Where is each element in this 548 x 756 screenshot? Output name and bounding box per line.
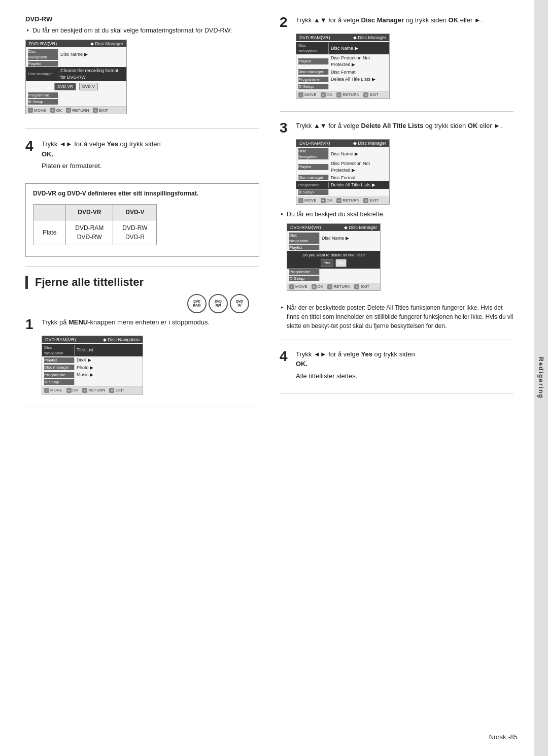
step3-block: 3 Trykk ▲▼ for å velge Delete All Title …: [280, 121, 513, 291]
screen3-row-1: Disc Navigation Disc Name ▶: [296, 148, 389, 160]
th-dvd-vr: DVD-VR: [66, 204, 113, 220]
step4-content: Trykk ◄► for å velge Yes og trykk siden …: [42, 139, 259, 171]
screen2-header-left: DVD-RAM(VR): [299, 35, 330, 40]
s3-footer-ok: ● OK: [321, 198, 333, 203]
left-column: DVD-RW Du får en beskjed om at du skal v…: [25, 15, 259, 416]
s3-ok-icon: ●: [321, 198, 326, 203]
step2-text2: og trykk siden: [404, 16, 448, 24]
right-column: 2 Trykk ▲▼ for å velge Disc Manager og t…: [280, 15, 513, 416]
s3-exit-icon: ✕: [363, 198, 368, 203]
step3-ok: OK: [468, 122, 478, 129]
nav-footer-move: ↕ MOVE: [44, 388, 62, 393]
step4-sub: Platen er formateret.: [42, 161, 259, 171]
step4-text2: og trykk siden: [118, 140, 161, 148]
mini-screen-2-footer: ↕ MOVE ● OK ↩ RETURN ✕ EXIT: [296, 91, 389, 98]
screen3-label-3: Disc manager: [298, 175, 329, 180]
screen3-label-1: Disc Navigation: [298, 148, 329, 159]
screen4-row-4: Programme: [287, 269, 380, 275]
step3-num: 3: [280, 121, 291, 135]
screen2-row-1: Disc Navigation Disc Name ▶: [296, 42, 389, 54]
yes-btn: Yes: [321, 259, 333, 267]
mini-screen-dvdrw-body: Disc Navigation Disc Name ▶ Playlist Dis…: [26, 47, 126, 106]
nav-header-left: DVD-RAM(VR): [45, 337, 76, 342]
dvd-rw-bullet: Du får en beskjed om at du skal velge fo…: [32, 26, 259, 36]
screen2-val-2: Disc Protection Not Protected ▶: [331, 55, 387, 68]
footer-ok: ● OK: [50, 108, 62, 113]
mini-row-1: Disc Navigation Disc Name ▶: [26, 48, 126, 60]
section-divider-1: [25, 266, 259, 267]
step2-num: 2: [280, 15, 291, 29]
step2-bold: Disc Manager: [361, 16, 404, 24]
s3-footer-return: ↩ RETURN: [336, 198, 359, 203]
mini-screen-2: DVD-RAM(VR) ◆ Disc Manager Disc Navigati…: [296, 34, 390, 99]
section-divider-r3: [280, 393, 513, 393]
bullet2: Du får en beskjed du skal bekrefte.: [287, 210, 513, 219]
step4r-text1: Trykk ◄► for å velge: [296, 350, 361, 358]
section-divider-2: [25, 407, 259, 407]
section-divider-r2: [280, 340, 513, 340]
s4-footer-exit: ✕ EXIT: [354, 284, 369, 289]
table-header-row: DVD-VR DVD-V: [33, 204, 157, 220]
section-divider-r1: [280, 111, 513, 112]
page-container: DVD-RW Du får en beskjed om at du skal v…: [0, 0, 548, 756]
screen4-dialog-btns: Yes No: [321, 259, 347, 267]
mini-screen-4-header: DVD-RAM(VR) ◆ Disc Manager: [287, 224, 380, 231]
screen3-header-left: DVD-RAM(VR): [299, 141, 330, 146]
step1-left-row: 1 Trykk på MENU-knappen mens enheten er …: [25, 317, 259, 332]
mini-val-3: Choose the recording format for DVD-RW.: [60, 68, 124, 80]
step2-ok: OK: [449, 16, 459, 24]
screen3-row-4: Programme Delete All Title Lists ▶: [296, 181, 389, 189]
nav-label-3: Disc manager: [44, 365, 75, 370]
nav-ok-icon: ●: [66, 388, 72, 393]
footer-move: ↕ MOVE: [28, 108, 46, 113]
screen3-val-4: Delete All Title Lists ▶: [331, 182, 387, 188]
nav-row-3: Disc manager Photo ▶: [42, 364, 143, 372]
mini-row-4: Programme: [26, 92, 126, 98]
mini-screen-3-body: Disc Navigation Disc Name ▶ Playlist Dis…: [296, 147, 389, 196]
screen2-label-5: ⚙ Setup: [298, 84, 329, 89]
screen3-row-2: Playlist Disc Protection Not Protected ▶: [296, 160, 389, 174]
two-col-layout: DVD-RW Du får en beskjed om at du skal v…: [25, 15, 513, 416]
screen4-header-right: ◆ Disc Manager: [344, 225, 377, 230]
table-cell-vr: DVD-RAMDVD-RW: [66, 220, 113, 245]
s2-move-icon: ↕: [298, 92, 303, 97]
nav-label-4: Programme: [44, 372, 75, 378]
th-empty: [33, 204, 66, 220]
mini-label-1: Disc Navigation: [28, 49, 58, 60]
s2-footer-ok: ● OK: [321, 92, 333, 97]
step4r-num: 4: [280, 349, 291, 364]
s3-move-icon: ↕: [298, 198, 303, 203]
screen4-dialog-text: Do you want to delete all title lists?: [302, 252, 365, 258]
step3-text3: eller ►.: [477, 122, 502, 129]
screen2-row-2: Playlist Disc Protection Not Protected ▶: [296, 54, 389, 68]
plate-cell: Plate: [33, 220, 66, 245]
mini-screen-nav-header: DVD-RAM(VR) ◆ Disc Navigation: [42, 336, 143, 343]
screen2-label-2: Playlist: [298, 58, 329, 64]
section-title: Fjerne alle tittellister: [35, 276, 144, 289]
footer-return: ↩ RETURN: [66, 108, 89, 113]
step4-bold: Yes: [107, 140, 118, 148]
s2-footer-move: ↕ MOVE: [298, 92, 317, 97]
step3-bold: Delete All Title Lists: [361, 122, 424, 129]
screen4-row-2: Playlist: [287, 244, 380, 251]
step4r-sub: Alle tittellister slettes.: [296, 371, 513, 381]
screen4-label-4: Programme: [289, 269, 320, 275]
mini-screen-nav-footer: ↕ MOVE ● OK ↩ RETURN ✕ EXIT: [42, 386, 143, 394]
screen2-row-3: Disc manager Disc Format: [296, 69, 389, 76]
mini-screen-4: DVD-RAM(VR) ◆ Disc Manager Disc Navigati…: [287, 223, 381, 291]
screen3-label-2: Playlist: [298, 164, 329, 170]
screen4-row-1: Disc Navigation Disc Name ▶: [287, 232, 380, 244]
dvd-v-btn: DVD-V: [79, 83, 98, 90]
screen2-header-right: ◆ Disc Manager: [353, 35, 386, 40]
s2-exit-icon: ✕: [363, 92, 368, 97]
step4-left-block: 4 Trykk ◄► for å velge Yes og trykk side…: [25, 139, 259, 171]
screen2-val-3: Disc Format: [331, 69, 387, 76]
screen4-label-5: ⚙ Setup: [289, 276, 320, 281]
s3-return-icon: ↩: [336, 198, 341, 203]
mini-row-5: ⚙ Setup: [26, 98, 126, 105]
mini-screen-3-footer: ↕ MOVE ● OK ↩ RETURN ✕ EXIT: [296, 196, 389, 204]
nav-footer-ok: ● OK: [66, 388, 79, 393]
mini-screen-dvdrw: DVD-RW(VR) ◆ Disc Manager Disc Navigatio…: [25, 40, 127, 114]
nav-row-4: Programme Music ▶: [42, 371, 143, 379]
screen3-val-3: Disc Format: [331, 175, 387, 181]
